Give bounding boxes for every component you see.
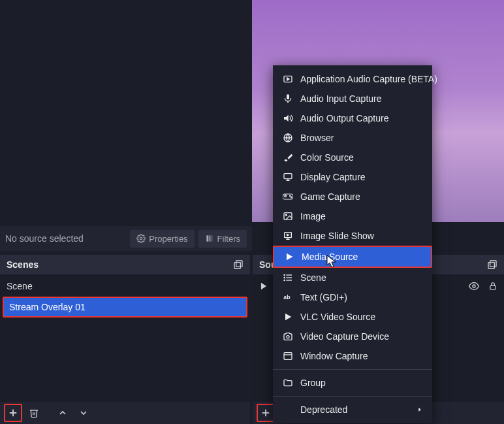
svg-point-11 — [473, 285, 475, 287]
menu-item[interactable]: Color Source — [273, 148, 432, 167]
app-audio-icon — [282, 73, 294, 85]
menu-item[interactable]: abText (GDI+) — [273, 287, 432, 307]
scene-item[interactable]: Scene — [0, 277, 250, 295]
menu-item[interactable]: Audio Output Capture — [273, 108, 432, 128]
scene-item-selected[interactable]: Stream Overlay 01 — [3, 297, 247, 318]
svg-marker-29 — [287, 253, 292, 261]
menu-item[interactable]: Video Capture Device — [273, 327, 432, 346]
menu-label: Display Capture — [300, 172, 366, 182]
menu-label: Color Source — [300, 152, 354, 163]
folder-icon — [282, 377, 294, 389]
eye-icon[interactable] — [469, 281, 479, 291]
add-scene-button[interactable] — [4, 404, 22, 422]
menu-item[interactable]: Image — [273, 206, 432, 226]
svg-point-25 — [285, 214, 287, 216]
popout-icon[interactable] — [487, 259, 497, 270]
lock-icon[interactable] — [488, 282, 497, 291]
svg-text:ab: ab — [283, 294, 290, 301]
svg-point-22 — [290, 195, 291, 197]
delete-scene-button[interactable] — [25, 404, 43, 422]
gamepad-icon — [282, 191, 294, 203]
slideshow-icon — [282, 230, 294, 242]
scenes-footer — [0, 402, 250, 424]
play-icon — [282, 311, 294, 323]
menu-item[interactable]: Image Slide Show — [273, 226, 432, 246]
scenes-header: Scenes — [0, 255, 250, 274]
properties-label: Properties — [149, 234, 187, 244]
menu-item[interactable]: Display Capture — [273, 167, 432, 187]
preview-left — [0, 0, 252, 222]
menu-label: Application Audio Capture (BETA) — [300, 74, 437, 84]
filters-icon — [205, 234, 214, 243]
menu-label: Image Slide Show — [300, 231, 374, 241]
popout-icon[interactable] — [233, 259, 244, 270]
menu-item[interactable]: Media Source — [273, 246, 432, 268]
menu-item[interactable]: Audio Input Capture — [273, 89, 432, 108]
menu-label: Image — [300, 211, 326, 221]
svg-rect-9 — [488, 263, 494, 269]
svg-rect-12 — [490, 285, 496, 289]
properties-button[interactable]: Properties — [130, 230, 194, 248]
play-icon — [283, 251, 295, 263]
svg-point-23 — [291, 197, 292, 198]
filters-label: Filters — [217, 234, 240, 244]
menu-item-deprecated[interactable]: Deprecated — [273, 400, 432, 419]
svg-point-35 — [284, 280, 285, 280]
chevron-right-icon — [417, 406, 423, 413]
scenes-title: Scenes — [7, 259, 39, 270]
menu-label: Media Source — [302, 252, 358, 262]
svg-marker-17 — [284, 115, 289, 122]
menu-label: Window Capture — [300, 351, 368, 361]
svg-rect-3 — [211, 235, 212, 241]
monitor-icon — [282, 171, 294, 183]
menu-separator — [273, 369, 432, 370]
move-up-button[interactable] — [54, 404, 72, 422]
menu-label: Game Capture — [300, 191, 360, 202]
menu-item[interactable]: Browser — [273, 128, 432, 148]
filters-button[interactable]: Filters — [198, 230, 247, 248]
menu-separator — [273, 396, 432, 397]
svg-rect-1 — [206, 235, 208, 241]
list-icon — [282, 272, 294, 284]
svg-rect-8 — [490, 261, 496, 267]
menu-label: Group — [300, 378, 326, 388]
menu-label: Browser — [300, 133, 334, 143]
svg-point-34 — [284, 277, 285, 278]
source-toolbar: No source selected Properties Filters — [0, 226, 252, 251]
play-icon — [259, 282, 268, 291]
move-down-button[interactable] — [74, 404, 93, 422]
svg-rect-39 — [284, 353, 292, 360]
no-source-status: No source selected — [5, 233, 126, 244]
globe-icon — [282, 132, 294, 144]
menu-label: Audio Input Capture — [300, 93, 382, 104]
brush-icon — [282, 152, 294, 163]
menu-label: Audio Output Capture — [300, 113, 388, 123]
mic-icon — [282, 93, 294, 105]
add-source-button[interactable] — [257, 404, 275, 422]
window-icon — [282, 350, 294, 362]
menu-label: Text (GDI+) — [300, 292, 347, 302]
svg-rect-5 — [234, 263, 240, 269]
menu-item[interactable]: Scene — [273, 268, 432, 287]
menu-item-group[interactable]: Group — [273, 373, 432, 393]
svg-point-38 — [287, 336, 289, 338]
image-icon — [282, 210, 294, 222]
svg-marker-41 — [418, 408, 420, 412]
menu-label: VLC Video Source — [300, 312, 375, 322]
svg-rect-2 — [208, 235, 210, 241]
menu-item[interactable]: VLC Video Source — [273, 307, 432, 327]
menu-label: Deprecated — [300, 404, 347, 415]
speaker-icon — [282, 112, 294, 124]
add-source-context-menu[interactable]: Application Audio Capture (BETA)Audio In… — [273, 65, 432, 423]
svg-point-0 — [140, 237, 143, 240]
menu-item[interactable]: Window Capture — [273, 346, 432, 366]
menu-item[interactable]: Game Capture — [273, 187, 432, 206]
svg-rect-19 — [284, 174, 292, 179]
svg-marker-10 — [261, 283, 266, 290]
menu-item[interactable]: Application Audio Capture (BETA) — [273, 69, 432, 89]
text-icon: ab — [282, 291, 294, 303]
menu-label: Scene — [300, 272, 326, 283]
scenes-list: Scene Stream Overlay 01 — [0, 274, 250, 402]
svg-marker-37 — [285, 314, 291, 321]
scenes-panel: Scenes Scene Stream Overlay 01 — [0, 255, 250, 424]
